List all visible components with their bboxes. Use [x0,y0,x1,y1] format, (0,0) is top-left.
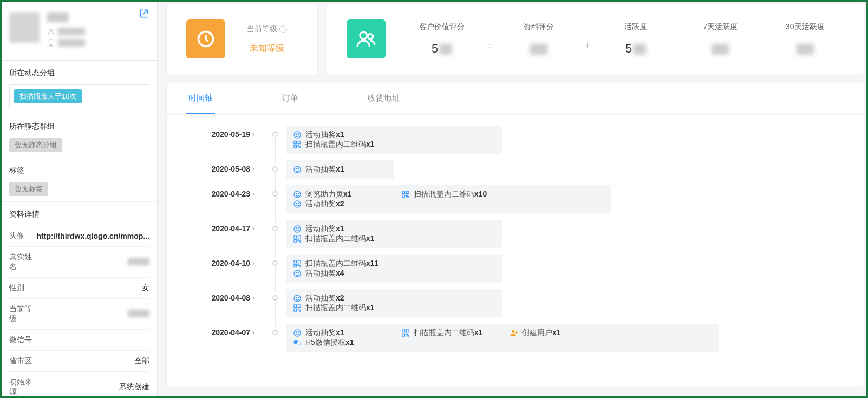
event-item[interactable]: 活动抽奖x4 [292,269,401,278]
events-bar: 活动抽奖x1扫描瓶盖内二维码x1 [286,220,502,248]
detail-label: 初始来源 [9,372,32,397]
tags-empty: 暂无标签 [9,182,48,196]
svg-point-8 [298,134,298,134]
section-title: 标签 [9,166,149,175]
timeline-date[interactable]: 2020-04-10› [188,255,264,267]
timeline-date[interactable]: 2020-05-19› [188,126,264,139]
tab-时间轴[interactable]: 时间轴 [186,83,215,114]
event-text: 扫描瓶盖内二维码x11 [305,259,378,269]
metric-label: 30天活跃度 [766,22,844,32]
svg-point-5 [368,34,373,40]
chevron-right-icon: › [252,259,254,267]
tags-section: 标签 暂无标签 [2,158,157,202]
timeline-row: 2020-05-19›活动抽奖x1扫描瓶盖内二维码x1 [188,126,842,154]
event-item[interactable]: 扫描瓶盖内二维码x1 [292,303,401,313]
events-bar: 扫描瓶盖内二维码x11活动抽奖x4 [286,255,502,283]
sidebar: 所在动态分组 扫描瓶盖大于10次 所在静态群组 暂无静态分组 标签 暂无标签 资… [2,2,158,396]
svg-rect-51 [299,310,301,311]
operator: + [584,40,590,56]
person-icon [47,28,55,35]
qr-icon [401,190,410,199]
timeline-axis [264,324,286,335]
timeline-axis [264,185,286,197]
circle-user-icon [292,269,302,278]
timeline-axis [264,255,286,266]
metric: 活跃度5 [597,22,675,56]
svg-point-60 [512,330,514,333]
svg-rect-10 [298,141,301,144]
chevron-right-icon: › [252,294,254,302]
tab-收货地址[interactable]: 收货地址 [366,83,402,114]
event-item[interactable]: 浏览助力页x1 [292,190,401,199]
timeline-date[interactable]: 2020-05-08› [188,160,264,173]
metric-label: 资料评分 [500,22,578,32]
svg-rect-59 [408,335,409,336]
timeline: 2020-05-19›活动抽奖x1扫描瓶盖内二维码x12020-05-08›活动… [167,115,864,369]
edit-icon[interactable] [139,8,149,19]
detail-value: 系统创建 [32,372,149,397]
timeline-date[interactable]: 2020-04-23› [188,185,264,198]
qr-icon [292,259,302,269]
tab-订单[interactable]: 订单 [280,83,301,114]
event-text: 扫描瓶盖内二维码x1 [414,328,483,338]
event-item[interactable]: 活动抽奖x2 [292,293,401,303]
svg-rect-9 [294,141,297,144]
svg-rect-48 [298,305,301,308]
timeline-axis [264,289,286,301]
event-item[interactable]: 活动抽奖x1 [292,328,401,338]
event-item[interactable]: 扫描瓶盖内二维码x11 [292,259,401,269]
detail-value [32,330,149,351]
timeline-date[interactable]: 2020-04-08› [188,289,264,302]
event-item[interactable]: 扫描瓶盖内二维码x1 [292,234,401,244]
timeline-date[interactable]: 2020-04-07› [188,324,264,337]
metric-value: 5 [403,42,481,56]
svg-point-15 [296,168,296,169]
metric: 30天活跃度 [766,22,844,56]
metric-label: 活跃度 [597,22,675,32]
svg-rect-22 [402,195,405,198]
detail-label: 真实姓名 [9,247,32,278]
chevron-right-icon: › [252,165,254,173]
dynamic-group-tag[interactable]: 扫描瓶盖大于10次 [14,89,82,103]
event-item[interactable]: 扫描瓶盖内二维码x1 [292,140,401,149]
phone-icon [47,39,55,47]
user-add-icon [509,328,519,338]
people-icon [347,19,386,58]
metric-value: 5 [597,42,675,56]
event-item[interactable]: 扫描瓶盖内二维码x1 [401,328,509,338]
svg-rect-32 [298,236,301,238]
help-icon[interactable]: ? [279,25,287,33]
timeline-axis [264,220,286,231]
event-item[interactable]: H5微信授权x1 [292,338,401,348]
svg-point-26 [296,203,296,204]
circle-user-icon [292,199,302,209]
svg-point-52 [294,330,301,336]
event-item[interactable]: 活动抽奖x1 [292,224,401,234]
svg-rect-35 [299,241,301,242]
svg-point-45 [296,297,296,298]
event-item[interactable]: 活动抽奖x1 [292,130,401,140]
event-text: 扫描瓶盖内二维码x1 [305,140,375,149]
event-item[interactable]: 创建用户x1 [509,328,617,338]
svg-point-62 [297,342,301,345]
svg-point-17 [294,191,301,198]
events-bar: 活动抽奖x1 [286,160,394,179]
svg-point-29 [296,228,296,229]
events-bar: 浏览助力页x1扫描瓶盖内二维码x10活动抽奖x2 [286,185,611,213]
main: 当前等级 ? 未知等级 客户价值评分5=资料评分+活跃度57天活跃度30天活跃度… [158,2,866,396]
svg-point-41 [294,270,301,277]
event-item[interactable]: 活动抽奖x1 [292,165,401,174]
metric: 7天活跃度 [681,22,759,56]
svg-point-0 [50,29,53,31]
chevron-right-icon: › [252,225,254,232]
detail-label: 省市区 [9,351,32,372]
svg-rect-31 [294,236,297,238]
event-text: H5微信授权x1 [305,338,354,348]
timeline-row: 2020-04-17›活动抽奖x1扫描瓶盖内二维码x1 [188,220,842,248]
timeline-date[interactable]: 2020-04-17› [188,220,264,233]
svg-rect-37 [298,260,301,263]
event-text: 浏览助力页x1 [305,190,352,199]
score-card: 客户价值评分5=资料评分+活跃度57天活跃度30天活跃度 [327,4,864,74]
event-item[interactable]: 扫描瓶盖内二维码x10 [401,190,509,199]
event-item[interactable]: 活动抽奖x2 [292,199,401,209]
